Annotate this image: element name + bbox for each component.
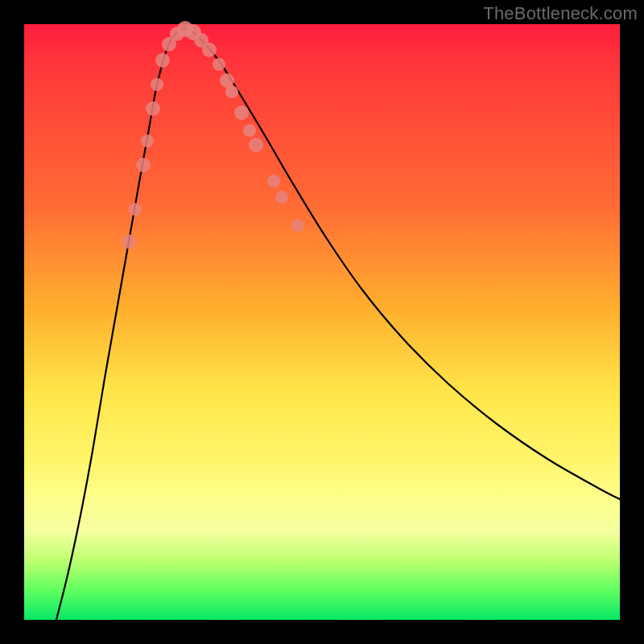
chart-marker [213,58,225,71]
chart-plot-area [24,24,620,620]
chart-marker [291,219,304,232]
chart-marker [243,124,256,137]
chart-frame: TheBottleneck.com [0,0,644,644]
chart-marker [225,85,238,98]
chart-marker [249,138,263,152]
chart-marker [136,158,151,172]
curve-right [185,29,620,499]
watermark-text: TheBottleneck.com [483,3,638,24]
chart-marker [146,101,160,116]
chart-marker [151,78,163,91]
chart-marker [234,105,249,120]
chart-svg [24,24,620,620]
chart-markers [122,21,304,249]
chart-marker [155,53,170,68]
chart-marker [267,175,280,188]
curve-left [56,29,185,620]
chart-marker [129,203,142,216]
chart-marker [275,191,288,204]
chart-marker [141,134,154,147]
chart-marker [122,234,136,249]
chart-marker [202,43,217,57]
